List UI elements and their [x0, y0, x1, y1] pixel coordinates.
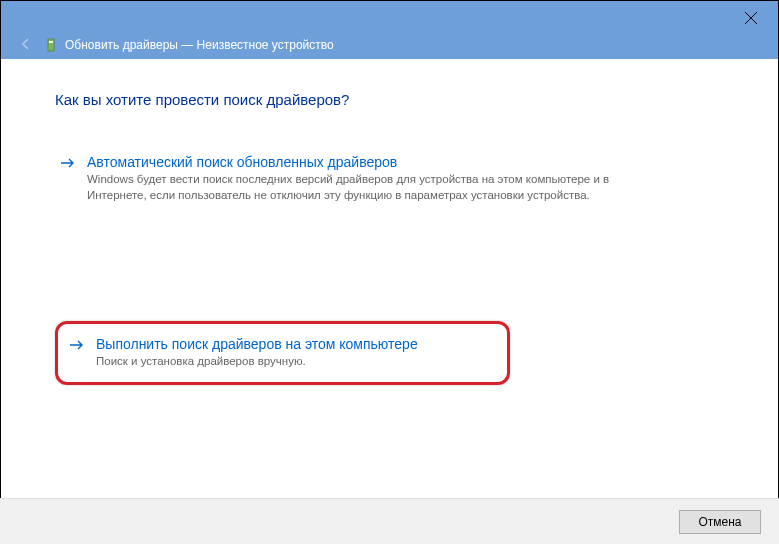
svg-rect-2 — [48, 39, 54, 51]
option-browse-computer[interactable]: Выполнить поиск драйверов на этом компью… — [55, 321, 510, 385]
page-heading: Как вы хотите провести поиск драйверов? — [55, 91, 724, 108]
footer: Отмена — [0, 498, 779, 544]
cancel-button[interactable]: Отмена — [679, 510, 761, 534]
content-area: Как вы хотите провести поиск драйверов? … — [1, 59, 778, 489]
arrow-right-icon — [68, 336, 86, 359]
svg-rect-3 — [49, 41, 53, 43]
back-arrow-icon — [19, 37, 33, 54]
header-strip: Обновить драйверы — Неизвестное устройст… — [1, 31, 778, 59]
option-title: Выполнить поиск драйверов на этом компью… — [96, 336, 497, 352]
arrow-right-icon — [59, 154, 77, 177]
option-description: Поиск и установка драйверов вручную. — [96, 354, 497, 370]
option-title: Автоматический поиск обновленных драйвер… — [87, 154, 720, 170]
device-icon — [45, 38, 57, 52]
option-description: Windows будет вести поиск последних верс… — [87, 172, 647, 203]
option-auto-search[interactable]: Автоматический поиск обновленных драйвер… — [55, 146, 724, 211]
window-title: Обновить драйверы — Неизвестное устройст… — [65, 38, 334, 52]
close-button[interactable] — [744, 11, 758, 25]
titlebar: Обновить драйверы — Неизвестное устройст… — [1, 1, 778, 59]
